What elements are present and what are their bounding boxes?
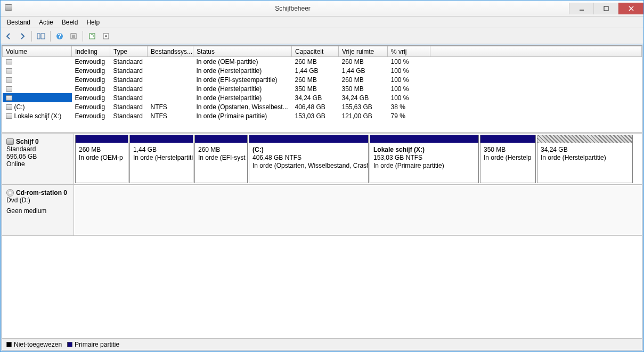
disk-partitions: 260 MBIn orde (OEM-p1,44 GBIn orde (Hers…	[74, 134, 642, 184]
partition-body: (C:)406,48 GB NTFSIn orde (Opstarten, Wi…	[249, 143, 368, 171]
disk-icon	[6, 138, 14, 145]
drive-icon	[6, 68, 12, 73]
partition-size: 406,48 GB NTFS	[252, 154, 365, 162]
cell-layout: Eenvoudig	[72, 111, 110, 120]
col-fs[interactable]: Bestandssys...	[148, 46, 193, 57]
volume-name-cell: (C:)	[3, 102, 72, 111]
back-button[interactable]	[3, 30, 14, 42]
legend-swatch-black	[6, 342, 12, 347]
disk-label[interactable]: Schijf 0 Standaard 596,05 GB Online	[2, 134, 74, 184]
partition[interactable]: (C:)406,48 GB NTFSIn orde (Opstarten, Wi…	[249, 135, 369, 183]
drive-icon	[6, 113, 12, 119]
help-button[interactable]: ?	[54, 30, 66, 42]
cell-status: In orde (EFI-systeempartitie)	[193, 75, 292, 84]
show-hide-console-button[interactable]	[35, 30, 47, 42]
partition-body: 260 MBIn orde (OEM-p	[76, 143, 128, 163]
cell-free: 34,24 GB	[339, 93, 388, 102]
cdrom-label[interactable]: Cd-rom-station 0 Dvd (D:) Geen medium	[2, 185, 74, 235]
drive-icon	[6, 104, 12, 110]
cell-pct: 79 %	[388, 111, 430, 120]
cell-capacity: 406,48 GB	[292, 102, 339, 111]
drive-icon	[6, 59, 12, 64]
drive-icon	[6, 86, 12, 92]
volume-row[interactable]: Lokale schijf (X:)EenvoudigStandaardNTFS…	[3, 111, 642, 120]
partition-status: In orde (OEM-p	[79, 154, 125, 162]
partition-status: In orde (EFI-syst	[198, 154, 244, 162]
partition-size: 350 MB	[484, 146, 532, 154]
minimize-button[interactable]	[569, 3, 593, 14]
disk-size: 596,05 GB	[6, 153, 69, 160]
titlebar: Schijfbeheer	[1, 1, 643, 17]
menu-file[interactable]: Bestand	[3, 18, 35, 27]
cell-type: Standaard	[110, 84, 148, 93]
partition-header	[130, 135, 193, 143]
drive-icon	[6, 77, 12, 83]
partition-size: 260 MB	[79, 146, 125, 154]
forward-button[interactable]	[17, 30, 28, 42]
properties-button[interactable]	[68, 30, 79, 42]
volume-row[interactable]: EenvoudigStandaardIn orde (EFI-systeempa…	[3, 75, 642, 84]
partition-header	[195, 135, 247, 143]
cell-type: Standaard	[110, 75, 148, 84]
volume-row[interactable]: EenvoudigStandaardIn orde (Herstelpartit…	[3, 66, 642, 75]
cell-type: Standaard	[110, 111, 148, 120]
col-layout[interactable]: Indeling	[72, 46, 110, 57]
partition-header	[370, 135, 478, 143]
col-status[interactable]: Status	[193, 46, 292, 57]
cell-pct: 100 %	[388, 57, 430, 67]
col-volume[interactable]: Volume	[3, 46, 72, 57]
cell-fs	[148, 75, 193, 84]
volume-name-cell: Lokale schijf (X:)	[3, 111, 72, 120]
partition-status: In orde (Opstarten, Wisselbestand, Crash	[252, 162, 365, 170]
partition-name: Lokale schijf (X:)	[373, 146, 475, 154]
col-pct[interactable]: % vrij	[388, 46, 430, 57]
cell-fs	[148, 66, 193, 75]
volume-row[interactable]: EenvoudigStandaardIn orde (Herstelpartit…	[3, 84, 642, 93]
disk-row-cdrom: Cd-rom-station 0 Dvd (D:) Geen medium	[2, 185, 642, 236]
partition[interactable]: 260 MBIn orde (EFI-syst	[194, 135, 248, 183]
refresh-button[interactable]	[86, 30, 98, 42]
cell-type: Standaard	[110, 93, 148, 102]
cell-status: In orde (Herstelpartitie)	[193, 93, 292, 102]
disk-row-0: Schijf 0 Standaard 596,05 GB Online 260 …	[2, 134, 642, 185]
cell-capacity: 350 MB	[292, 84, 339, 93]
col-free[interactable]: Vrije ruimte	[339, 46, 388, 57]
volume-row[interactable]: EenvoudigStandaardIn orde (Herstelpartit…	[3, 93, 642, 102]
menu-action[interactable]: Actie	[35, 18, 58, 27]
cell-capacity: 260 MB	[292, 57, 339, 67]
volume-name: Lokale schijf (X:)	[14, 112, 62, 120]
partition[interactable]: Lokale schijf (X:)153,03 GB NTFSIn orde …	[370, 135, 479, 183]
cell-layout: Eenvoudig	[72, 93, 110, 102]
menu-help[interactable]: Help	[82, 18, 104, 27]
close-button[interactable]	[618, 3, 643, 14]
disk-type: Standaard	[6, 145, 69, 153]
volume-row[interactable]: (C:)EenvoudigStandaardNTFSIn orde (Opsta…	[3, 102, 642, 111]
cell-free: 260 MB	[339, 75, 388, 84]
volume-row[interactable]: EenvoudigStandaardIn orde (OEM-partitie)…	[3, 57, 642, 67]
partition[interactable]: 260 MBIn orde (OEM-p	[75, 135, 128, 183]
partition[interactable]: 350 MBIn orde (Herstelp	[480, 135, 536, 183]
partition-body: Lokale schijf (X:)153,03 GB NTFSIn orde …	[370, 143, 478, 171]
graphical-pane[interactable]: Schijf 0 Standaard 596,05 GB Online 260 …	[2, 134, 642, 338]
menubar: Bestand Actie Beeld Help	[1, 17, 643, 28]
volume-list-pane[interactable]: Volume Indeling Type Bestandssys... Stat…	[2, 46, 642, 134]
settings-button[interactable]	[100, 30, 112, 42]
cell-status: In orde (Herstelpartitie)	[193, 66, 292, 75]
partition[interactable]: 1,44 GBIn orde (Herstelpartiti	[129, 135, 193, 183]
col-capacity[interactable]: Capaciteit	[292, 46, 339, 57]
partition-status: In orde (Herstelp	[484, 154, 532, 162]
svg-point-14	[105, 35, 107, 37]
partition-name: (C:)	[252, 146, 365, 154]
app-icon	[1, 4, 17, 12]
cell-status: In orde (Primaire partitie)	[193, 111, 292, 120]
col-spacer	[430, 46, 642, 57]
col-type[interactable]: Type	[110, 46, 148, 57]
maximize-button[interactable]	[593, 3, 618, 14]
disk-state: Online	[6, 160, 69, 168]
legend-swatch-navy	[67, 342, 72, 347]
partition-status: In orde (Herstelpartiti	[133, 154, 190, 162]
cell-capacity: 153,03 GB	[292, 111, 339, 120]
partition[interactable]: 34,24 GBIn orde (Herstelpartitie)	[537, 135, 633, 183]
partition-size: 260 MB	[198, 146, 244, 154]
menu-view[interactable]: Beeld	[58, 18, 83, 27]
